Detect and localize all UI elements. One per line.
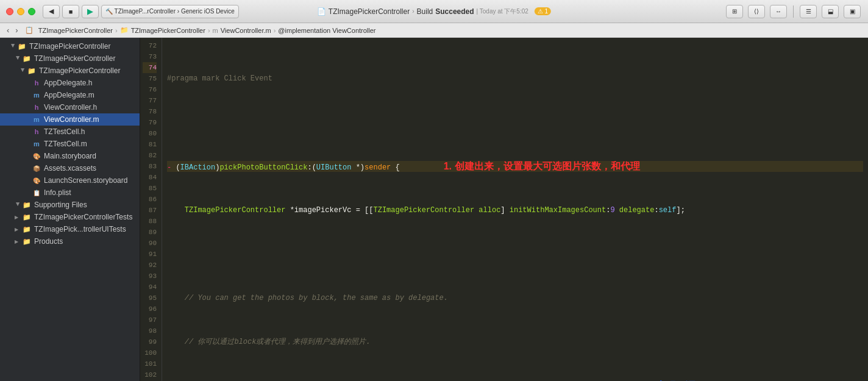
utilities-toggle[interactable]: ▣ — [844, 5, 861, 18]
breadcrumb-sep1: › — [115, 27, 118, 34]
nav-forward-button[interactable]: › — [13, 26, 20, 35]
breadcrumb-icon2: 📁 — [120, 26, 129, 34]
warning-badge[interactable]: ⚠ 1 — [535, 7, 551, 15]
breadcrumb-icon3: m — [213, 27, 218, 34]
code-editor[interactable]: 72 73 74 75 76 77 78 79 80 81 82 83 84 8… — [140, 38, 868, 381]
ln-77: 77 — [143, 95, 157, 106]
breadcrumb-item1[interactable]: TZImagePickerController — [38, 27, 113, 34]
code-line-78: // 你可以通过block或者代理，来得到用户选择的照片. — [167, 336, 863, 347]
sidebar-launchscreen-label: LaunchScreen.storyboard — [44, 176, 127, 185]
sidebar-item-root[interactable]: ▶ 📁 TZImagePickerController — [0, 40, 140, 52]
ln-86: 86 — [143, 194, 157, 205]
sidebar-tztestcell-h-label: TZTestCell.h — [44, 127, 85, 136]
ln-83: 83 — [143, 161, 157, 172]
sidebar-item-viewcontroller-h[interactable]: h ViewController.h — [0, 101, 140, 113]
sidebar-item-tztestcell-m[interactable]: m TZTestCell.m — [0, 138, 140, 150]
ln-80: 80 — [143, 128, 157, 139]
sidebar-item-appdelegate-h[interactable]: h AppDelegate.h — [0, 77, 140, 89]
sidebar-appdelegate-h-label: AppDelegate.h — [44, 79, 92, 87]
expand-icon: ▶ — [15, 227, 21, 232]
debug-toggle[interactable]: ⬓ — [822, 5, 839, 18]
sidebar-item-tzcontroller[interactable]: ▶ 📁 TZImagePickerController — [0, 65, 140, 77]
traffic-lights — [6, 8, 35, 15]
close-button[interactable] — [6, 8, 13, 15]
ln-87: 87 — [143, 205, 157, 216]
navigator-toggle[interactable]: ☰ — [800, 5, 817, 18]
sidebar-item-assets[interactable]: 📦 Assets.xcassets — [0, 162, 140, 174]
sidebar-group1-label: TZImagePickerController — [34, 54, 115, 63]
main-area: ▶ 📁 TZImagePickerController ▶ 📁 TZImageP… — [0, 38, 868, 381]
breadcrumb-bar: ‹ › 📋 TZImagePickerController › 📁 TZImag… — [0, 23, 868, 38]
nav-back-button[interactable]: ‹ — [5, 26, 11, 35]
ln-94: 94 — [143, 282, 157, 293]
breadcrumb-item2[interactable]: TZImagePickerController — [131, 27, 205, 34]
expand-icon: ▶ — [10, 43, 16, 49]
back-button[interactable]: ◀ — [43, 5, 60, 18]
breadcrumb-sep1: › — [412, 8, 414, 15]
code-area: 72 73 74 75 76 77 78 79 80 81 82 83 84 8… — [140, 38, 868, 381]
ln-72: 72 — [143, 40, 157, 51]
stop-button[interactable]: ■ — [62, 5, 79, 18]
sidebar-appdelegate-m-label: AppDelegate.m — [44, 91, 94, 99]
ln-99: 99 — [143, 336, 157, 347]
expand-icon: ▶ — [15, 55, 21, 62]
build-status: Succeeded — [435, 7, 474, 16]
code-line-74: - (IBAction)pickPhotoButtonClick:(UIButt… — [167, 161, 863, 172]
sidebar-mainstoryboard-label: Main.storyboard — [44, 152, 96, 160]
window-title: TZImagePickerController — [329, 7, 410, 16]
storyboard-icon2: 🎨 — [32, 176, 41, 185]
ln-73: 73 — [143, 51, 157, 62]
file-h-icon: h — [32, 102, 41, 112]
expand-icon: ▶ — [20, 68, 26, 74]
maximize-button[interactable] — [28, 8, 35, 15]
sidebar-root-label: TZImagePickerController — [29, 42, 110, 51]
code-line-72: #pragma mark Click Event — [167, 73, 863, 84]
sidebar-item-supporting[interactable]: ▶ 📁 Supporting Files — [0, 199, 140, 211]
run-button[interactable]: ▶ — [82, 5, 99, 18]
sidebar-viewcontroller-m-label: ViewController.m — [44, 115, 99, 124]
sidebar-item-tests[interactable]: ▶ 📁 TZImagePickerControllerTests — [0, 211, 140, 223]
scheme-label: 🔨 TZImageP...rController › Generic iOS D… — [105, 8, 235, 15]
editor-layout-button[interactable]: ⊞ — [726, 5, 743, 18]
folder-icon: 📁 — [27, 66, 37, 76]
ln-79: 79 — [143, 117, 157, 128]
build-label: Build — [417, 7, 433, 16]
minimize-button[interactable] — [17, 8, 24, 15]
ln-88: 88 — [143, 216, 157, 227]
ln-98: 98 — [143, 326, 157, 336]
split-view-button[interactable]: ↔ — [770, 5, 787, 18]
sidebar-item-tztestcell-h[interactable]: h TZTestCell.h — [0, 126, 140, 138]
sidebar-item-group1[interactable]: ▶ 📁 TZImagePickerController — [0, 52, 140, 65]
sidebar-tzcontroller-label: TZImagePickerController — [39, 66, 120, 75]
scheme-button[interactable]: 🔨 TZImageP...rController › Generic iOS D… — [101, 5, 239, 18]
title-center: 📄 TZImagePickerController › Build Succee… — [317, 7, 551, 16]
file-m-icon: m — [32, 90, 41, 100]
breadcrumb-item3[interactable]: ViewController.m — [221, 27, 271, 34]
breadcrumb-item4[interactable]: @implementation ViewController — [278, 27, 375, 34]
xcassets-icon: 📦 — [32, 163, 41, 173]
sidebar-item-mainstoryboard[interactable]: 🎨 Main.storyboard — [0, 150, 140, 162]
breadcrumb-icon: 📋 — [25, 26, 34, 34]
storyboard-icon: 🎨 — [32, 151, 41, 161]
folder-icon4: 📁 — [22, 212, 32, 222]
sidebar-item-viewcontroller-m[interactable]: m ViewController.m — [0, 113, 140, 126]
back-forward-button[interactable]: ⟨⟩ — [748, 5, 765, 18]
sidebar: ▶ 📁 TZImagePickerController ▶ 📁 TZImageP… — [0, 38, 140, 381]
sidebar-products-label: Products — [34, 237, 63, 246]
ln-93: 93 — [143, 271, 157, 282]
sidebar-item-products[interactable]: ▶ 📁 Products — [0, 235, 140, 247]
ln-81: 81 — [143, 139, 157, 150]
sidebar-item-uitests[interactable]: ▶ 📁 TZImagePick...trollerUITests — [0, 223, 140, 235]
ln-100: 100 — [143, 347, 157, 358]
folder-icon5: 📁 — [22, 224, 32, 234]
ln-76: 76 — [143, 84, 157, 95]
sidebar-item-appdelegate-m[interactable]: m AppDelegate.m — [0, 89, 140, 101]
file-m-icon: m — [32, 115, 41, 124]
breadcrumb-sep2: › — [208, 27, 210, 34]
expand-icon: ▶ — [15, 215, 21, 220]
sidebar-item-infoplist[interactable]: 📋 Info.plist — [0, 187, 140, 199]
sidebar-item-launchscreen[interactable]: 🎨 LaunchScreen.storyboard — [0, 174, 140, 187]
build-time: | Today at 下午5:02 — [477, 7, 528, 16]
plist-icon: 📋 — [32, 188, 41, 198]
ln-92: 92 — [143, 260, 157, 271]
